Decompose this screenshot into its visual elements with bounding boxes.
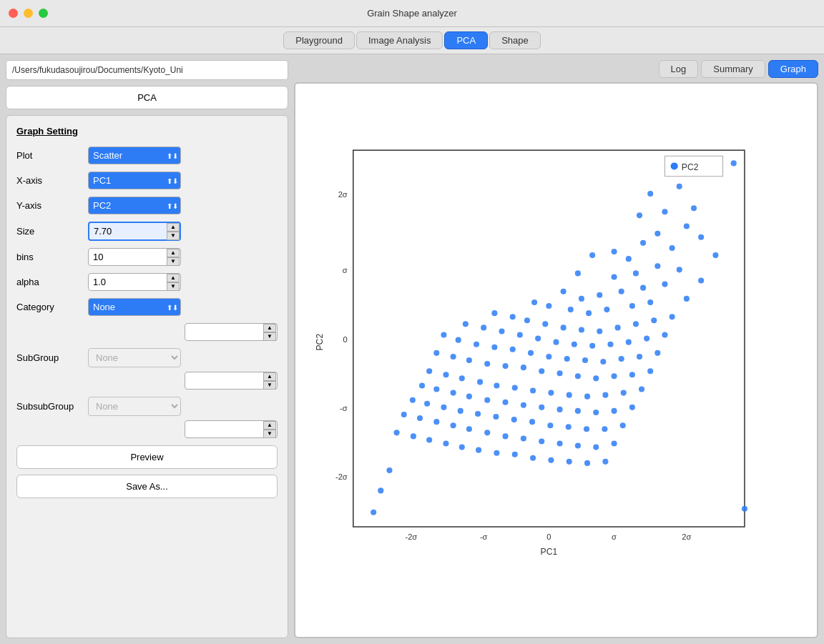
plot-select[interactable]: Scatter: [88, 147, 181, 164]
svg-text:PC2: PC2: [682, 162, 699, 172]
tab-pca[interactable]: PCA: [444, 31, 488, 49]
category-select[interactable]: None: [88, 298, 181, 316]
alpha-down[interactable]: ▼: [167, 282, 180, 291]
bins-spin: ▲ ▼: [167, 248, 180, 266]
save-button[interactable]: Save As...: [16, 475, 278, 498]
size-down[interactable]: ▼: [167, 232, 180, 240]
svg-point-164: [394, 430, 400, 435]
subsubgroup-select[interactable]: None: [88, 397, 181, 416]
svg-text:0: 0: [343, 335, 348, 344]
xaxis-row: X-axis PC1 ⬆⬇: [16, 172, 278, 189]
plot-label: Plot: [16, 150, 88, 161]
xaxis-select[interactable]: PC1: [88, 172, 181, 189]
cat-sub-up[interactable]: ▲: [263, 324, 276, 332]
svg-point-70: [517, 332, 523, 337]
svg-point-44: [647, 299, 653, 305]
svg-point-117: [557, 407, 563, 412]
ssg-sub-down[interactable]: ▼: [263, 430, 276, 438]
yaxis-select-wrapper: PC2 ⬆⬇: [88, 197, 181, 214]
alpha-up[interactable]: ▲: [167, 274, 180, 282]
svg-point-103: [584, 394, 590, 400]
bins-down[interactable]: ▼: [167, 257, 180, 266]
svg-point-95: [503, 363, 509, 369]
category-sub-row: ▲ ▼: [16, 323, 278, 341]
size-up[interactable]: ▲: [167, 223, 180, 232]
nav-bar: Playground Image Analysis PCA Shape: [0, 27, 824, 54]
svg-point-78: [582, 357, 588, 363]
svg-point-20: [662, 209, 667, 214]
close-button[interactable]: [9, 9, 18, 18]
sg-sub-down[interactable]: ▼: [263, 381, 276, 390]
svg-point-19: [691, 205, 697, 211]
maximize-button[interactable]: [39, 9, 48, 18]
tab-log[interactable]: Log: [659, 60, 699, 78]
plot-select-wrapper: Scatter ⬆⬇: [88, 147, 181, 164]
svg-point-71: [499, 328, 504, 334]
svg-point-58: [542, 321, 548, 327]
traffic-lights: [9, 9, 48, 18]
minimize-button[interactable]: [24, 9, 33, 18]
svg-point-108: [494, 382, 499, 388]
ssg-sub-up[interactable]: ▲: [263, 421, 276, 430]
svg-point-127: [602, 426, 607, 432]
svg-point-57: [561, 325, 566, 330]
yaxis-select[interactable]: PC2: [88, 197, 181, 214]
svg-text:-2σ: -2σ: [335, 472, 348, 481]
svg-point-125: [419, 382, 425, 388]
svg-point-120: [503, 400, 509, 405]
svg-point-52: [651, 317, 657, 323]
preview-button[interactable]: Preview: [16, 445, 278, 469]
svg-point-121: [484, 397, 490, 403]
svg-point-130: [547, 422, 553, 428]
svg-point-75: [637, 354, 642, 360]
bins-up[interactable]: ▲: [167, 249, 180, 257]
svg-point-80: [546, 354, 551, 360]
svg-point-77: [600, 359, 606, 365]
tab-shape[interactable]: Shape: [489, 31, 541, 49]
subgroup-select[interactable]: None: [88, 348, 181, 367]
svg-point-101: [621, 390, 627, 396]
svg-point-98: [451, 354, 456, 360]
svg-point-153: [584, 460, 590, 466]
size-row: Size ▲ ▼: [16, 222, 278, 241]
tab-summary[interactable]: Summary: [701, 60, 765, 78]
svg-point-55: [597, 328, 602, 334]
svg-point-122: [466, 394, 472, 400]
tab-graph[interactable]: Graph: [768, 60, 818, 78]
svg-point-38: [640, 285, 646, 291]
svg-point-168: [742, 506, 747, 512]
svg-point-73: [463, 321, 469, 327]
svg-point-82: [510, 347, 516, 352]
cat-sub-down[interactable]: ▼: [263, 332, 276, 341]
svg-point-39: [619, 289, 624, 294]
svg-point-99: [433, 350, 439, 356]
svg-point-67: [572, 342, 577, 347]
svg-point-133: [493, 414, 499, 420]
svg-point-33: [633, 270, 639, 276]
svg-point-97: [466, 357, 472, 363]
svg-point-131: [529, 419, 535, 425]
svg-point-160: [459, 445, 465, 450]
sg-sub-up[interactable]: ▲: [263, 372, 276, 381]
tab-image-analysis[interactable]: Image Analysis: [356, 31, 443, 49]
svg-text:-σ: -σ: [480, 532, 488, 541]
size-input-wrapper: ▲ ▼: [88, 222, 181, 241]
pca-button[interactable]: PCA: [6, 86, 288, 109]
svg-point-150: [417, 415, 423, 421]
svg-point-112: [426, 368, 432, 374]
svg-point-163: [411, 433, 416, 439]
svg-point-162: [426, 437, 432, 442]
svg-point-81: [528, 350, 534, 356]
alpha-spin: ▲ ▼: [167, 273, 180, 291]
tab-playground[interactable]: Playground: [283, 31, 355, 49]
svg-point-106: [530, 388, 536, 394]
svg-point-132: [511, 417, 517, 422]
svg-point-36: [698, 277, 704, 283]
svg-point-25: [640, 240, 646, 246]
svg-point-87: [647, 368, 653, 374]
svg-point-126: [620, 422, 626, 428]
svg-point-135: [458, 408, 464, 414]
svg-point-74: [654, 350, 660, 356]
settings-title: Graph Setting: [16, 126, 278, 137]
svg-point-22: [684, 223, 690, 229]
